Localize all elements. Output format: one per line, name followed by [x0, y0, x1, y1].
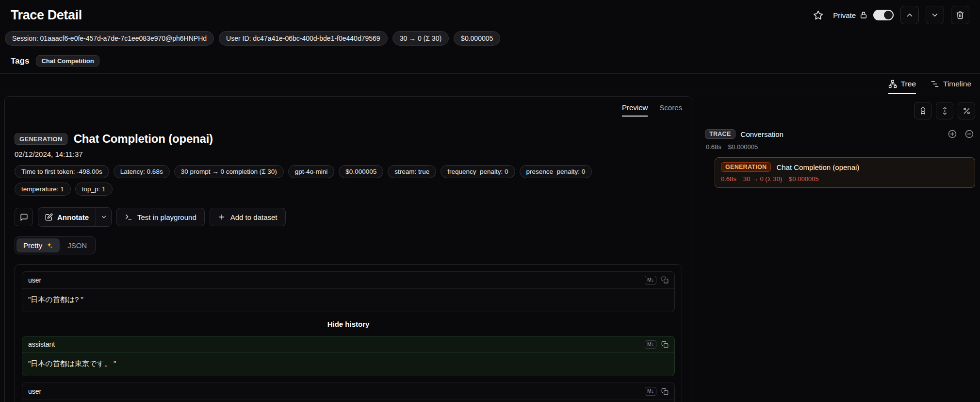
show-scores-button[interactable]	[958, 102, 975, 119]
message-header: user M↓	[22, 383, 674, 400]
lock-icon	[860, 11, 867, 19]
tree-node-generation[interactable]: GENERATION Chat Completion (openai) 0.68…	[715, 157, 975, 188]
markdown-toggle-icon[interactable]: M↓	[645, 340, 656, 349]
message-content: "日本の首都は? "	[22, 288, 674, 312]
attribute-pill: temperature: 1	[15, 183, 71, 196]
trace-latency: 0.68s	[706, 143, 721, 151]
message-icons: M↓	[645, 276, 669, 285]
annotations-toggle-button[interactable]	[914, 102, 931, 119]
tree-node-header: GENERATION Chat Completion (openai)	[721, 162, 969, 172]
add-to-dataset-button[interactable]: Add to dataset	[210, 208, 286, 226]
message-content: "日本の首都は東京です。 "	[22, 352, 674, 376]
token-usage-badge: 30 → 0 (Σ 30)	[392, 31, 449, 46]
annotate-button[interactable]: Annotate	[38, 208, 96, 226]
attribute-pill: stream: true	[388, 165, 436, 178]
tree-node-metrics: 0.68s 30 → 0 (Σ 30) $0.000005	[721, 175, 969, 183]
chevron-down-icon	[931, 11, 939, 19]
meta-badges-row: Session: 01aaacf6-e0fe-457d-a7de-7c1ee08…	[0, 27, 980, 49]
star-icon	[813, 10, 823, 20]
node-cost: $0.000005	[789, 175, 818, 183]
message-user-2: user M↓ "ありがとう"	[22, 383, 675, 402]
comment-icon	[20, 213, 28, 221]
annotate-dropdown-button[interactable]	[96, 208, 111, 226]
node-token-usage: 30 → 0 (Σ 30)	[743, 175, 782, 183]
sparkles-icon	[46, 242, 53, 249]
generation-header: GENERATION Chat Completion (openai)	[15, 132, 682, 146]
observation-title: Chat Completion (openai)	[74, 132, 213, 146]
top-bar: Trace Detail Private	[0, 0, 980, 27]
plus-icon	[218, 213, 226, 221]
user-id-badge[interactable]: User ID: dc47a41e-06bc-400d-bde1-f0e440d…	[219, 31, 388, 46]
attribute-pill: top_p: 1	[75, 183, 113, 196]
tree-toolbar	[705, 102, 975, 119]
attribute-pill: presence_penalty: 0	[520, 165, 592, 178]
tab-timeline-label: Timeline	[943, 80, 971, 88]
observation-type-badge: GENERATION	[15, 134, 67, 145]
page-title: Trace Detail	[11, 8, 82, 23]
previous-trace-button[interactable]	[900, 6, 919, 24]
message-header: assistant M↓	[22, 336, 674, 353]
terminal-icon	[125, 213, 132, 221]
copy-icon[interactable]	[661, 388, 669, 395]
privacy-label: Private	[833, 11, 856, 19]
percent-icon	[963, 107, 971, 115]
observation-timestamp: 02/12/2024, 14:11:37	[15, 150, 682, 158]
cost-badge: $0.000005	[454, 31, 500, 46]
tab-timeline[interactable]: Timeline	[931, 80, 971, 94]
trace-detail-page: Trace Detail Private Session: 01aaacf6-e…	[0, 0, 980, 402]
toggle-knob	[884, 11, 893, 19]
tab-tree-label: Tree	[901, 80, 916, 88]
pretty-toggle[interactable]: Pretty	[16, 238, 60, 252]
plus-circle-icon	[947, 129, 957, 139]
delete-trace-button[interactable]	[951, 6, 969, 24]
tab-tree[interactable]: Tree	[888, 80, 916, 94]
format-toggle: Pretty JSON	[15, 236, 96, 254]
message-icons: M↓	[645, 387, 669, 396]
markdown-toggle-icon[interactable]: M↓	[645, 276, 656, 285]
content-split: Preview Scores GENERATION Chat Completio…	[0, 94, 980, 402]
expand-node-button[interactable]	[947, 128, 958, 140]
trace-title: Conversation	[741, 130, 784, 138]
minus-circle-icon	[964, 129, 974, 139]
attribute-pill: 30 prompt → 0 completion (Σ 30)	[174, 165, 284, 178]
tab-scores[interactable]: Scores	[659, 103, 682, 117]
tab-preview[interactable]: Preview	[622, 103, 648, 117]
trace-root-row[interactable]: TRACE Conversation	[705, 128, 975, 140]
tree-node-title: Chat Completion (openai)	[776, 163, 859, 171]
star-bookmark-button[interactable]	[810, 7, 826, 23]
annotate-label: Annotate	[57, 213, 89, 221]
chevron-up-icon	[905, 11, 914, 19]
view-tab-bar: Tree Timeline	[0, 74, 980, 94]
attribute-pill: gpt-4o-mini	[288, 165, 335, 178]
collapse-node-button[interactable]	[964, 128, 975, 140]
hide-history-button[interactable]: Hide history	[22, 318, 675, 330]
copy-icon[interactable]	[661, 341, 669, 348]
node-latency: 0.68s	[721, 175, 736, 183]
json-label: JSON	[67, 241, 87, 250]
session-badge[interactable]: Session: 01aaacf6-e0fe-457d-a7de-7c1ee08…	[5, 31, 214, 46]
unfold-vertical-icon	[941, 107, 949, 115]
copy-icon[interactable]	[661, 276, 669, 284]
message-role: user	[28, 387, 41, 395]
trace-cost: $0.000005	[728, 143, 758, 151]
observation-detail-card: Preview Scores GENERATION Chat Completio…	[4, 96, 692, 402]
trace-tree-panel: TRACE Conversation 0.68s $0.000005 GENER…	[705, 96, 975, 188]
public-share-toggle[interactable]	[873, 10, 894, 20]
test-in-playground-button[interactable]: Test in playground	[116, 208, 205, 226]
tag-chat-competition[interactable]: Chat Competition	[36, 55, 99, 67]
tags-row: Tags Chat Competition	[0, 49, 980, 74]
chevron-down-icon	[100, 214, 107, 220]
message-content: "ありがとう"	[22, 400, 674, 402]
expand-collapse-all-button[interactable]	[936, 102, 953, 119]
pretty-label: Pretty	[23, 241, 42, 250]
annotate-pen-icon	[45, 213, 53, 221]
action-buttons-row: Annotate Test in playground Add to datas…	[15, 207, 682, 227]
json-toggle[interactable]: JSON	[61, 238, 94, 252]
message-role: assistant	[28, 340, 55, 348]
comment-button[interactable]	[15, 208, 33, 226]
generation-type-badge: GENERATION	[721, 162, 771, 172]
attribute-pills: Time to first token: -498.00s Latency: 0…	[15, 165, 626, 196]
markdown-toggle-icon[interactable]: M↓	[645, 387, 656, 396]
message-assistant-1: assistant M↓ "日本の首都は東京です。 "	[22, 336, 675, 377]
next-trace-button[interactable]	[926, 6, 944, 24]
